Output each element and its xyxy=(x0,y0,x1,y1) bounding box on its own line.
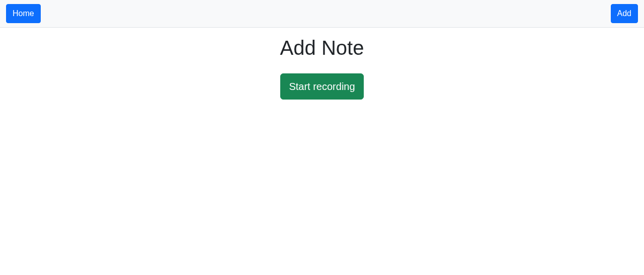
add-button[interactable]: Add xyxy=(611,4,638,23)
page-title: Add Note xyxy=(0,37,644,59)
home-button[interactable]: Home xyxy=(6,4,41,23)
navbar: Home Add xyxy=(0,0,644,28)
start-recording-button[interactable]: Start recording xyxy=(280,73,363,100)
main-content: Add Note Start recording xyxy=(0,28,644,100)
